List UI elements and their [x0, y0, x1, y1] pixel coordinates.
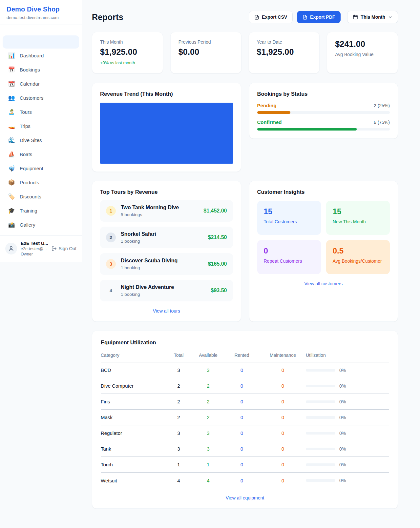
dive-sites-icon: 🌊 — [8, 136, 15, 144]
utilization-percent: 0% — [339, 478, 346, 483]
table-row: Regulator 3 3 0 0 0% — [101, 425, 389, 441]
table-row: Mask 2 2 0 0 0% — [101, 410, 389, 425]
sidebar-item-gallery[interactable]: 📸 Gallery — [3, 218, 79, 232]
cell-maintenance: 0 — [260, 478, 306, 483]
sidebar-item-pos[interactable]: 💳 POS — [3, 232, 79, 235]
sidebar-item-products[interactable]: 📦 Products — [3, 175, 79, 190]
column-header-available: Available — [193, 353, 224, 358]
sidebar-item-label: Tours — [20, 108, 32, 116]
sidebar-item-label: Trips — [20, 122, 31, 130]
equipment-table-body: BCD 3 3 0 0 0% Dive Computer 2 2 0 — [101, 362, 389, 488]
sidebar-nav: 📊 Dashboard 📅 Bookings 📆 Calendar 👥 Cust… — [0, 25, 82, 235]
period-value: This Month — [361, 14, 385, 20]
stat-value: $241.00 — [335, 39, 390, 49]
cell-utilization: 0% — [306, 399, 389, 404]
chevron-down-icon — [388, 15, 392, 19]
table-row: Dive Computer 2 2 0 0 0% — [101, 378, 389, 394]
tour-name: Discover Scuba Diving — [121, 258, 178, 264]
export-csv-button[interactable]: Export CSV — [249, 11, 293, 23]
cell-maintenance: 0 — [260, 430, 306, 436]
cell-available: 3 — [193, 446, 224, 452]
stat-value: $1,925.00 — [100, 47, 155, 57]
cell-rented: 0 — [224, 430, 260, 436]
view-all-customers-link[interactable]: View all customers — [257, 281, 390, 286]
cell-category: Regulator — [101, 430, 165, 436]
utilization-percent: 0% — [339, 383, 346, 389]
calendar-icon — [353, 14, 358, 20]
cell-rented: 0 — [224, 415, 260, 420]
stat-card-previous-period: Previous Period $0.00 — [170, 32, 242, 73]
status-count: 2 (25%) — [374, 103, 390, 108]
status-label: Confirmed — [257, 119, 282, 125]
cell-maintenance: 0 — [260, 399, 306, 404]
tour-list-item: 1 Two Tank Morning Dive 5 bookings $1,45… — [100, 200, 233, 222]
cell-category: Tank — [101, 446, 165, 452]
sidebar-item-trips[interactable]: 🚤 Trips — [3, 119, 79, 133]
view-all-tours-link[interactable]: View all tours — [100, 308, 233, 314]
sidebar-item-bookings[interactable]: 📅 Bookings — [3, 63, 79, 77]
sidebar-item-customers[interactable]: 👥 Customers — [3, 91, 79, 105]
equipment-table-header: Category Total Available Rented Maintena… — [101, 353, 389, 362]
cell-rented: 0 — [224, 383, 260, 389]
cell-total: 1 — [165, 462, 193, 467]
top-tours-list: 1 Two Tank Morning Dive 5 bookings $1,45… — [100, 200, 233, 301]
stat-value: $1,925.00 — [257, 47, 312, 57]
utilization-percent: 0% — [339, 368, 346, 373]
cell-maintenance: 0 — [260, 415, 306, 420]
sidebar-item-dashboard[interactable]: 📊 Dashboard — [3, 49, 79, 63]
insight-label: Repeat Customers — [264, 258, 314, 264]
cell-category: Torch — [101, 462, 165, 467]
tour-revenue: $1,452.00 — [200, 208, 227, 214]
sidebar-item-training[interactable]: 🎓 Training — [3, 204, 79, 218]
insight-tile: 0.5 Avg Bookings/Customer — [326, 240, 390, 274]
equipment-utilization-title: Equipment Utilization — [101, 339, 389, 346]
sign-out-button[interactable]: Sign Out — [52, 246, 76, 251]
sidebar-item-tours[interactable]: 🏝️ Tours — [3, 105, 79, 119]
cell-available: 3 — [193, 430, 224, 436]
equipment-icon: 🤿 — [8, 165, 15, 172]
status-bar-track — [257, 111, 390, 114]
sidebar-item-label: Calendar — [20, 80, 40, 88]
tour-name: Two Tank Morning Dive — [121, 205, 179, 211]
cell-utilization: 0% — [306, 368, 389, 373]
utilization-percent: 0% — [339, 446, 346, 452]
utilization-bar — [306, 432, 335, 435]
tour-name: Night Dive Adventure — [121, 284, 174, 290]
tour-list-item: 3 Discover Scuba Diving 1 booking $165.0… — [100, 253, 233, 275]
rank-badge: 1 — [106, 206, 116, 216]
tour-list-item: 2 Snorkel Safari 1 booking $214.50 — [100, 227, 233, 248]
sidebar-item-dive-sites[interactable]: 🌊 Dive Sites — [3, 133, 79, 147]
boats-icon: ⛵ — [8, 151, 15, 158]
tours-icon: 🏝️ — [8, 108, 15, 116]
cell-maintenance: 0 — [260, 367, 306, 373]
stat-card-avg-booking-value: $241.00 Avg Booking Value — [327, 32, 398, 73]
period-dropdown[interactable]: This Month — [347, 11, 398, 23]
status-bar-track — [257, 128, 390, 131]
sidebar-item-label: Customers — [20, 94, 44, 102]
sidebar-item-calendar[interactable]: 📆 Calendar — [3, 77, 79, 91]
utilization-bar — [306, 369, 335, 372]
column-header-maintenance: Maintenance — [260, 353, 306, 358]
export-pdf-button[interactable]: Export PDF — [297, 11, 341, 23]
sidebar-item-reports-selected[interactable] — [3, 35, 79, 49]
utilization-percent: 0% — [339, 431, 346, 436]
status-bar-fill — [257, 128, 357, 131]
page-title: Reports — [92, 12, 123, 22]
sidebar-item-equipment[interactable]: 🤿 Equipment — [3, 161, 79, 175]
cell-category: Wetsuit — [101, 478, 165, 483]
cell-utilization: 0% — [306, 431, 389, 436]
utilization-bar — [306, 448, 335, 450]
tour-name: Snorkel Safari — [121, 231, 156, 237]
sidebar-item-discounts[interactable]: 🏷️ Discounts — [3, 190, 79, 204]
cell-available: 4 — [193, 478, 224, 483]
stat-label: This Month — [100, 39, 155, 45]
sidebar-item-label: Discounts — [20, 193, 41, 200]
tour-bookings: 1 booking — [121, 292, 174, 297]
gallery-icon: 📸 — [8, 221, 15, 229]
sidebar-item-boats[interactable]: ⛵ Boats — [3, 147, 79, 161]
sidebar-user-footer: E2E Test U... e2e-tester@... Owner Sign … — [0, 235, 82, 262]
top-tours-card: Top Tours by Revenue 1 Two Tan — [92, 181, 241, 322]
view-all-equipment-link[interactable]: View all equipment — [101, 495, 389, 500]
cell-total: 2 — [165, 383, 193, 389]
utilization-bar — [306, 463, 335, 466]
